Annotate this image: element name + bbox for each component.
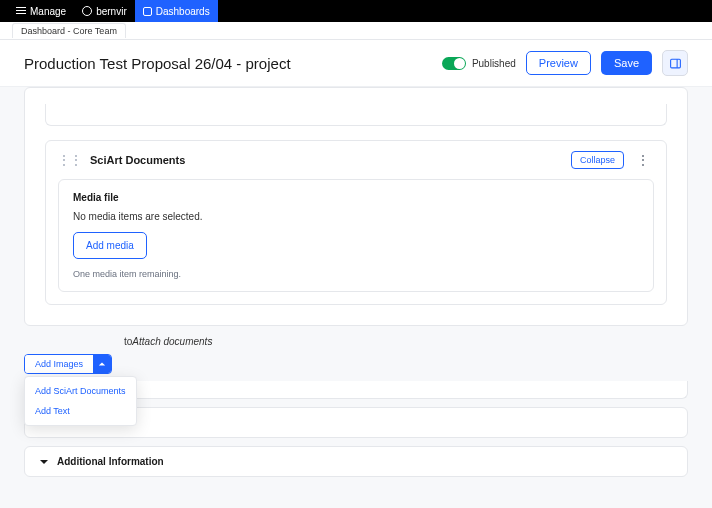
helper-italic: Attach documents xyxy=(132,336,212,347)
media-hint: One media item remaining. xyxy=(73,269,639,279)
published-label: Published xyxy=(472,58,516,69)
user-name: bernvir xyxy=(96,6,127,17)
user-icon xyxy=(82,6,92,16)
chevron-down-icon xyxy=(39,457,49,467)
panel-icon xyxy=(669,57,682,70)
header-actions: Published Preview Save xyxy=(442,50,688,76)
sciart-documents-block: ⋮⋮ SciArt Documents Collapse ⋮ Media fil… xyxy=(45,140,667,305)
published-toggle[interactable] xyxy=(442,57,466,70)
admin-topbar: Manage bernvir Dashboards xyxy=(0,0,712,22)
additional-info-label: Additional Information xyxy=(57,456,164,467)
sidebar-toggle-button[interactable] xyxy=(662,50,688,76)
media-label: Media file xyxy=(73,192,639,203)
media-field: Media file No media items are selected. … xyxy=(58,179,654,292)
page-header: Production Test Proposal 26/04 - project… xyxy=(0,40,712,87)
svg-rect-0 xyxy=(670,59,680,68)
hamburger-icon xyxy=(16,7,26,15)
dashboards-tab[interactable]: Dashboards xyxy=(135,0,218,22)
manage-label: Manage xyxy=(30,6,66,17)
dropdown-add-sciart[interactable]: Add SciArt Documents xyxy=(25,381,136,401)
collapse-button[interactable]: Collapse xyxy=(571,151,624,169)
add-images-split-button: Add Images Add SciArt Documents Add Text xyxy=(24,354,112,374)
previous-block-stub xyxy=(45,104,667,126)
helper-text: toAttach documents xyxy=(124,336,688,347)
block-title: SciArt Documents xyxy=(90,154,185,166)
add-images-caret[interactable] xyxy=(93,355,111,373)
dropdown-add-text[interactable]: Add Text xyxy=(25,401,136,421)
manage-menu[interactable]: Manage xyxy=(8,0,74,22)
page-title: Production Test Proposal 26/04 - project xyxy=(24,55,291,72)
breadcrumb[interactable]: Dashboard - Core Team xyxy=(12,23,126,38)
save-button[interactable]: Save xyxy=(601,51,652,75)
chevron-up-icon xyxy=(98,360,106,368)
block-menu-icon[interactable]: ⋮ xyxy=(632,155,654,165)
media-empty-message: No media items are selected. xyxy=(73,211,639,222)
published-toggle-wrap: Published xyxy=(442,57,516,70)
additional-info-accordion[interactable]: Additional Information xyxy=(24,446,688,477)
workspace: ⋮⋮ SciArt Documents Collapse ⋮ Media fil… xyxy=(0,87,712,501)
dashboard-icon xyxy=(143,7,152,16)
drag-handle-icon[interactable]: ⋮⋮ xyxy=(58,156,82,164)
add-images-button[interactable]: Add Images xyxy=(25,355,93,373)
breadcrumb-bar: Dashboard - Core Team xyxy=(0,22,712,40)
block-header: ⋮⋮ SciArt Documents Collapse ⋮ xyxy=(46,141,666,179)
dashboards-label: Dashboards xyxy=(156,6,210,17)
add-media-button[interactable]: Add media xyxy=(73,232,147,259)
content-card: ⋮⋮ SciArt Documents Collapse ⋮ Media fil… xyxy=(24,87,688,326)
user-menu[interactable]: bernvir xyxy=(74,0,135,22)
add-images-dropdown: Add SciArt Documents Add Text xyxy=(24,376,137,426)
preview-button[interactable]: Preview xyxy=(526,51,591,75)
